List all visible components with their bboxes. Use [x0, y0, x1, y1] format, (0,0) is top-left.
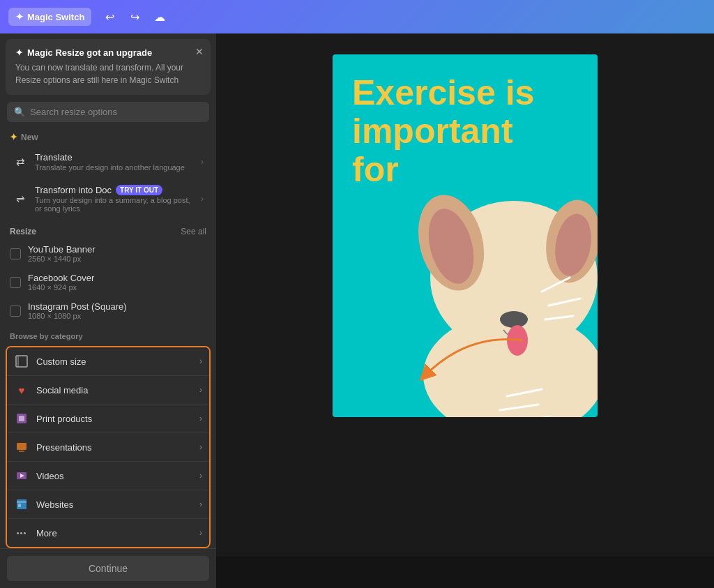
transform-desc: Turn your design into a summary, a blog … — [35, 196, 194, 213]
cat-item-websites[interactable]: Websites › — [7, 490, 209, 518]
resize-text-youtube: YouTube Banner 2560 × 1440 px — [28, 244, 96, 263]
topbar: ✦ Magic Switch ↩ ↪ ☁ — [0, 0, 714, 33]
translate-chevron-icon: › — [201, 157, 204, 167]
transform-title: Transform into Doc — [35, 185, 112, 195]
translate-text: Translate Translate your design into ano… — [35, 152, 194, 172]
transform-doc-menu-item[interactable]: ⇌ Transform into Doc TRY IT OUT Turn you… — [4, 179, 212, 219]
translate-desc: Translate your design into another langu… — [35, 163, 194, 172]
bottom-strip — [216, 557, 714, 588]
resize-dims-youtube: 2560 × 1440 px — [28, 255, 96, 263]
cat-chevron-websites: › — [199, 499, 202, 509]
topbar-icons: ↩ ↪ ☁ — [100, 7, 169, 27]
main-layout: ✦ Magic Resize got an upgrade You can no… — [0, 33, 714, 588]
resize-item-facebook[interactable]: Facebook Cover 1640 × 924 px — [0, 268, 216, 296]
resize-dims-instagram: 1080 × 1080 px — [28, 312, 127, 320]
resize-checkbox-youtube[interactable] — [10, 248, 21, 259]
svg-rect-4 — [17, 443, 26, 450]
design-card: Exercise is important for — [333, 54, 598, 417]
cat-item-more[interactable]: ••• More › — [7, 518, 209, 547]
resize-header: Resize See all — [0, 220, 216, 239]
banner-body: You can now translate and transform. All… — [15, 61, 201, 86]
undo-button[interactable]: ↩ — [100, 7, 119, 27]
print-products-icon — [14, 411, 29, 426]
continue-button[interactable]: Continue — [7, 556, 209, 581]
transform-chevron-icon: › — [201, 194, 204, 204]
new-section-label: ✦ New — [0, 126, 216, 145]
cat-label-videos: Videos — [36, 471, 192, 481]
undo-icon: ↩ — [105, 10, 114, 24]
magic-switch-star-icon: ✦ — [15, 11, 24, 22]
search-icon: 🔍 — [14, 107, 25, 117]
svg-rect-9 — [17, 502, 26, 503]
resize-dims-facebook: 1640 × 924 px — [28, 283, 94, 292]
sidebar-content: ✦ New ⇄ Translate Translate your design … — [0, 126, 216, 548]
category-box: Custom size › ♥ Social media › — [6, 346, 211, 548]
sidebar: ✦ Magic Resize got an upgrade You can no… — [0, 33, 216, 588]
svg-point-21 — [507, 325, 528, 356]
cat-item-videos[interactable]: Videos › — [7, 461, 209, 490]
headline-line1: Exercise is — [352, 73, 534, 112]
try-it-badge: TRY IT OUT — [116, 185, 162, 195]
magic-switch-button[interactable]: ✦ Magic Switch — [8, 8, 91, 26]
cat-item-social-media[interactable]: ♥ Social media › — [7, 375, 209, 404]
cat-item-custom-size[interactable]: Custom size › — [7, 347, 209, 375]
cat-chevron-presentations: › — [199, 442, 202, 452]
resize-checkbox-instagram[interactable] — [10, 306, 21, 317]
cat-item-print-products[interactable]: Print products › — [7, 404, 209, 432]
resize-name-facebook: Facebook Cover — [28, 273, 94, 283]
resize-name-instagram: Instagram Post (Square) — [28, 301, 127, 312]
banner-title: ✦ Magic Resize got an upgrade — [15, 47, 201, 58]
transform-text: Transform into Doc TRY IT OUT Turn your … — [35, 185, 194, 213]
search-container: 🔍 — [0, 95, 216, 126]
translate-icon: ⇄ — [13, 154, 28, 169]
social-media-icon: ♥ — [14, 382, 29, 398]
see-all-link[interactable]: See all — [181, 227, 206, 236]
canvas-area: Exercise is important for — [216, 33, 714, 588]
cat-label-presentations: Presentations — [36, 442, 192, 453]
redo-icon: ↪ — [130, 10, 139, 24]
cat-chevron-social-media: › — [199, 385, 202, 395]
translate-title: Translate — [35, 152, 194, 163]
browse-category-label: Browse by category — [0, 325, 216, 343]
svg-rect-10 — [18, 504, 21, 507]
redo-button[interactable]: ↪ — [125, 7, 144, 27]
more-icon: ••• — [14, 525, 29, 541]
notification-banner: ✦ Magic Resize got an upgrade You can no… — [6, 39, 211, 95]
banner-title-text: Magic Resize got an upgrade — [27, 47, 152, 58]
resize-checkbox-facebook[interactable] — [10, 277, 21, 288]
banner-star-icon: ✦ — [15, 47, 23, 58]
resize-item-instagram[interactable]: Instagram Post (Square) 1080 × 1080 px — [0, 296, 216, 325]
custom-size-icon — [14, 354, 29, 369]
resize-name-youtube: YouTube Banner — [28, 244, 96, 255]
cat-chevron-print-products: › — [199, 414, 202, 423]
magic-switch-label: Magic Switch — [27, 12, 84, 22]
cat-label-custom-size: Custom size — [36, 356, 192, 367]
cat-label-print-products: Print products — [36, 414, 192, 424]
search-box: 🔍 — [7, 102, 209, 122]
new-star-icon: ✦ — [10, 132, 17, 142]
presentations-icon — [14, 439, 29, 455]
new-label-text: New — [21, 133, 38, 142]
continue-btn-container: Continue — [0, 548, 216, 588]
notification-close-button[interactable]: ✕ — [195, 46, 204, 57]
resize-item-youtube[interactable]: YouTube Banner 2560 × 1440 px — [0, 239, 216, 268]
cat-label-more: More — [36, 528, 192, 538]
resize-label: Resize — [10, 227, 36, 236]
svg-point-20 — [500, 311, 528, 328]
resize-text-facebook: Facebook Cover 1640 × 924 px — [28, 273, 94, 292]
cat-chevron-custom-size: › — [199, 356, 202, 366]
websites-icon — [14, 497, 29, 512]
cat-label-social-media: Social media — [36, 385, 192, 395]
transform-icon: ⇌ — [13, 191, 28, 206]
save-cloud-button[interactable]: ☁ — [150, 7, 169, 27]
cat-item-presentations[interactable]: Presentations › — [7, 432, 209, 461]
resize-text-instagram: Instagram Post (Square) 1080 × 1080 px — [28, 301, 127, 320]
cloud-icon: ☁ — [154, 10, 165, 24]
svg-rect-3 — [19, 416, 24, 421]
cat-chevron-videos: › — [199, 471, 202, 481]
search-input[interactable] — [30, 107, 202, 117]
svg-rect-5 — [19, 451, 24, 452]
videos-icon — [14, 468, 29, 483]
svg-rect-0 — [16, 356, 27, 367]
translate-menu-item[interactable]: ⇄ Translate Translate your design into a… — [4, 146, 212, 178]
